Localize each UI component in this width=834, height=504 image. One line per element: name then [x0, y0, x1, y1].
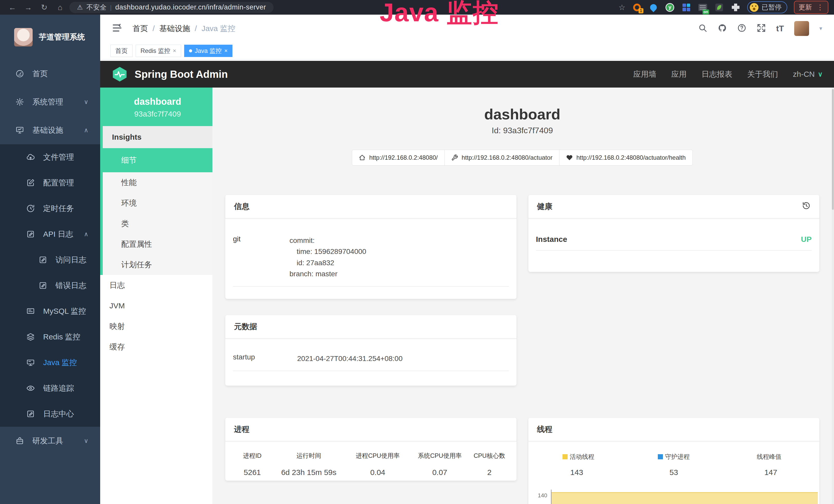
- sba-logo-icon[interactable]: [111, 66, 128, 83]
- health-url-button[interactable]: http://192.168.0.2:48080/actuator/health: [559, 150, 693, 166]
- tab-home[interactable]: 首页: [110, 45, 133, 57]
- sba-nav-about[interactable]: 关于我们: [747, 69, 778, 79]
- sba-nav-applications[interactable]: 应用: [671, 69, 686, 79]
- sidebar-item-mysql[interactable]: MySQL 监控: [0, 298, 100, 324]
- breadcrumb-infra[interactable]: 基础设施: [159, 23, 190, 34]
- info-value: commit: time: 1596289704000 id: 27aa832 …: [289, 235, 366, 280]
- bookmark-star-icon[interactable]: ☆: [618, 3, 626, 12]
- extension-pin-icon[interactable]: [649, 3, 658, 12]
- update-button[interactable]: 更新: [798, 3, 812, 12]
- sba-item-configprops[interactable]: 配置属性: [103, 234, 213, 254]
- extension-orange-icon[interactable]: 1: [632, 3, 642, 12]
- scrollbar[interactable]: [832, 88, 834, 504]
- sba-sidebar: dashboard 93a3fc7f7409 Insights 细节 性能 环境…: [100, 88, 213, 504]
- chevron-up-icon: ∧: [84, 127, 88, 134]
- sba-item-scheduled-tasks[interactable]: 计划任务: [103, 254, 213, 275]
- sidebar-item-home[interactable]: 首页: [0, 60, 100, 88]
- search-icon[interactable]: [698, 23, 707, 33]
- sba-item-environment[interactable]: 环境: [103, 193, 213, 213]
- extensions-puzzle-icon[interactable]: [731, 3, 741, 12]
- sba-item-details[interactable]: 细节: [103, 148, 213, 172]
- security-label[interactable]: 不安全: [86, 3, 106, 12]
- paused-label: 已暂停: [762, 3, 782, 12]
- metadata-row: startup 2021-04-27T00:44:31.254+08:00: [226, 339, 516, 378]
- forward-icon[interactable]: →: [22, 0, 35, 15]
- chevron-down-icon: ∨: [84, 437, 88, 444]
- instance-id-line: Id: 93a3fc7f7409: [225, 126, 819, 135]
- sidebar-item-trace[interactable]: 链路追踪: [0, 375, 100, 401]
- sba-language-select[interactable]: zh-CN ∨: [793, 70, 823, 78]
- back-icon[interactable]: ←: [6, 0, 19, 15]
- help-icon[interactable]: [737, 23, 746, 33]
- extension-green-icon[interactable]: y: [665, 3, 675, 12]
- sidebar-item-redis[interactable]: Redis 监控: [0, 324, 100, 350]
- instance-id: 93a3fc7f7409: [105, 110, 210, 118]
- caret-down-icon[interactable]: ▾: [819, 25, 822, 32]
- breadcrumb-home[interactable]: 首页: [133, 23, 148, 34]
- sidebar-item-devtools[interactable]: 研发工具 ∨: [0, 427, 100, 455]
- threads-chart: 140 120 100: [528, 488, 820, 504]
- update-button-group[interactable]: 更新 ⋮: [794, 1, 828, 14]
- sba-item-logs[interactable]: 日志: [100, 275, 213, 296]
- close-icon[interactable]: ×: [224, 47, 227, 54]
- home-icon[interactable]: ⌂: [53, 0, 67, 15]
- sidebar-item-access-log[interactable]: 访问日志: [0, 247, 100, 273]
- sba-brand[interactable]: Spring Boot Admin: [135, 69, 228, 80]
- health-row[interactable]: Instance UP: [529, 219, 819, 257]
- sba-nav-journal[interactable]: 日志报表: [701, 69, 732, 79]
- actuator-url-button[interactable]: http://192.168.0.2:48080/actuator: [444, 150, 559, 166]
- dashboard-icon: [15, 69, 25, 78]
- app-logo-row[interactable]: 芋道管理系统: [0, 15, 100, 60]
- sidebar-item-jobs[interactable]: 定时任务: [0, 196, 100, 221]
- sidebar-item-java[interactable]: Java 监控: [0, 350, 100, 375]
- map-pin-icon: [649, 3, 658, 12]
- chart-plot-area: [551, 488, 818, 504]
- profile-paused-pill[interactable]: 已暂停: [747, 1, 787, 13]
- sidebar-item-files[interactable]: 文件管理: [0, 144, 100, 170]
- sidebar-item-config[interactable]: 配置管理: [0, 170, 100, 196]
- git-id-line: id: 27aa832: [289, 257, 366, 268]
- extension-leaf-icon[interactable]: [714, 3, 724, 12]
- sba-item-mappings[interactable]: 映射: [100, 316, 213, 337]
- close-icon[interactable]: ×: [173, 47, 176, 54]
- github-icon[interactable]: [718, 23, 727, 33]
- browser-menu-icon[interactable]: ⋮: [816, 3, 824, 12]
- service-url-button[interactable]: http://192.168.0.2:48080/: [352, 150, 445, 166]
- hamburger-icon[interactable]: [112, 23, 122, 34]
- tab-java[interactable]: Java 监控 ×: [184, 45, 233, 57]
- avatar[interactable]: [794, 21, 809, 36]
- sba-item-classes[interactable]: 类: [103, 213, 213, 234]
- extension-grid-icon[interactable]: [681, 3, 691, 12]
- extension-switch-icon[interactable]: on: [698, 3, 708, 12]
- metadata-key: startup: [233, 353, 297, 364]
- history-icon[interactable]: [802, 201, 811, 212]
- fullscreen-icon[interactable]: [757, 23, 766, 33]
- sidebar-item-label: 文件管理: [43, 152, 74, 162]
- security-warning-icon[interactable]: ⚠: [77, 4, 83, 11]
- sba-item-jvm[interactable]: JVM: [100, 296, 213, 316]
- tab-redis[interactable]: Redis 监控 ×: [136, 45, 181, 57]
- sidebar-item-log-center[interactable]: 日志中心: [0, 401, 100, 427]
- sidebar-item-infra[interactable]: 基础设施 ∧: [0, 116, 100, 144]
- extension-badge: 1: [639, 8, 643, 13]
- sba-nav-wallboard[interactable]: 应用墙: [633, 69, 656, 79]
- instance-title: dashboard: [225, 106, 819, 123]
- sba-group-insights[interactable]: Insights: [103, 126, 213, 148]
- sidebar-item-label: Java 监控: [43, 358, 77, 368]
- sidebar-item-label: 访问日志: [56, 255, 86, 265]
- tab-bar: 首页 Redis 监控 × Java 监控 ×: [100, 42, 834, 60]
- col-process-cpu: 进程CPU使用率: [346, 452, 410, 460]
- address-bar[interactable]: ⚠ 不安全 | dashboard.yudao.iocoder.cn/infra…: [69, 2, 273, 13]
- home-icon: [359, 154, 366, 161]
- sba-item-caches[interactable]: 缓存: [100, 337, 213, 357]
- reload-icon[interactable]: ↻: [38, 0, 51, 15]
- sba-main: dashboard Id: 93a3fc7f7409 http://192.16…: [213, 88, 834, 504]
- url-text[interactable]: dashboard.yudao.iocoder.cn/infra/admin-s…: [115, 3, 266, 11]
- scrollbar-thumb[interactable]: [832, 89, 834, 210]
- sidebar-item-error-log[interactable]: 错误日志: [0, 273, 100, 298]
- sba-item-metrics[interactable]: 性能: [103, 172, 213, 193]
- font-size-icon[interactable]: tT: [776, 24, 784, 33]
- sidebar-item-api-log[interactable]: API 日志 ∧: [0, 221, 100, 247]
- sba-instance-box[interactable]: dashboard 93a3fc7f7409: [103, 88, 213, 126]
- sidebar-item-system[interactable]: 系统管理 ∨: [0, 88, 100, 116]
